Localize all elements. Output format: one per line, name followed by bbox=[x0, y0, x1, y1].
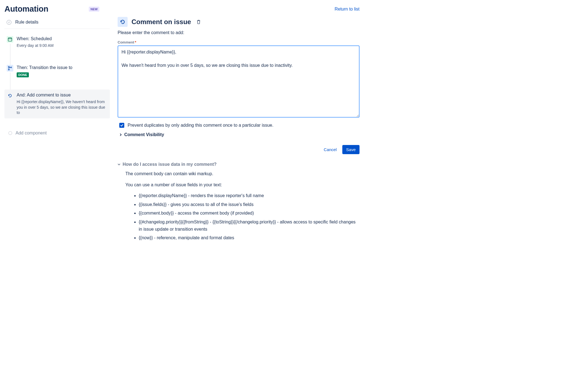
page-title: Automation bbox=[4, 4, 48, 14]
trash-icon bbox=[196, 19, 201, 24]
step-subtitle: Hi {{reporter.displayName}}, We haven't … bbox=[17, 99, 108, 116]
help-toggle-label: How do I access issue data in my comment… bbox=[123, 162, 217, 167]
add-component-label: Add component bbox=[16, 131, 47, 136]
help-item: {{comment.body}} - access the comment bo… bbox=[139, 210, 360, 217]
prevent-duplicates-label: Prevent duplicates by only adding this c… bbox=[128, 123, 274, 128]
svg-point-6 bbox=[11, 67, 12, 68]
action-refresh-icon bbox=[118, 17, 128, 27]
chevron-down-icon bbox=[118, 163, 120, 166]
rule-details-label: Rule details bbox=[15, 20, 39, 25]
help-list: {{reporter.displayName}} - renders the i… bbox=[125, 192, 360, 241]
main-panel: Comment on issue Please enter the commen… bbox=[115, 17, 360, 243]
info-icon: i bbox=[7, 20, 11, 25]
comment-visibility-toggle[interactable]: Comment Visibility bbox=[118, 132, 360, 137]
help-item: {{#changelog.priority}}{{fromString}} - … bbox=[139, 218, 360, 233]
step-subtitle: Every day at 9:00 AM bbox=[17, 43, 108, 49]
step-add-comment[interactable]: And: Add comment to issue Hi {{reporter.… bbox=[4, 90, 110, 118]
rule-details-button[interactable]: i Rule details bbox=[4, 17, 110, 29]
rule-steps: When: Scheduled Every day at 9:00 AM The… bbox=[4, 33, 110, 139]
calendar-icon bbox=[7, 36, 13, 43]
check-icon bbox=[120, 124, 123, 127]
panel-title: Comment on issue bbox=[131, 18, 191, 26]
step-title: And: Add comment to issue bbox=[17, 92, 108, 98]
svg-rect-0 bbox=[8, 38, 12, 41]
help-item: {{issue.fields}} - gives you access to a… bbox=[139, 201, 360, 208]
add-component-button[interactable]: Add component bbox=[4, 127, 110, 139]
cancel-button[interactable]: Cancel bbox=[320, 145, 341, 154]
svg-point-4 bbox=[8, 67, 9, 68]
rule-sidebar: i Rule details When: Scheduled Every day… bbox=[4, 17, 110, 243]
comment-field-label: Comment* bbox=[118, 40, 360, 44]
help-toggle[interactable]: How do I access issue data in my comment… bbox=[118, 162, 360, 167]
delete-button[interactable] bbox=[195, 18, 202, 26]
visibility-label: Comment Visibility bbox=[124, 132, 164, 137]
new-badge: NEW bbox=[89, 7, 99, 12]
refresh-icon bbox=[7, 92, 13, 99]
step-title: When: Scheduled bbox=[17, 36, 108, 42]
comment-textarea[interactable] bbox=[118, 45, 360, 118]
return-to-list-link[interactable]: Return to list bbox=[335, 7, 360, 12]
add-dot-icon bbox=[8, 131, 12, 135]
help-intro-1: The comment body can contain wiki markup… bbox=[125, 170, 360, 177]
prevent-duplicates-checkbox[interactable] bbox=[119, 123, 124, 128]
help-body: The comment body can contain wiki markup… bbox=[118, 167, 360, 241]
page-header: Automation NEW Return to list bbox=[4, 4, 360, 17]
help-item: {{reporter.displayName}} - renders the i… bbox=[139, 192, 360, 199]
branch-icon bbox=[7, 65, 13, 72]
status-badge-done: DONE bbox=[17, 72, 29, 77]
save-button[interactable]: Save bbox=[342, 145, 360, 154]
help-intro-2: You can use a number of issue fields in … bbox=[125, 181, 360, 189]
step-trigger[interactable]: When: Scheduled Every day at 9:00 AM bbox=[4, 33, 110, 51]
chevron-right-icon bbox=[119, 133, 122, 136]
instruction-text: Please enter the comment to add: bbox=[118, 30, 360, 35]
step-transition[interactable]: Then: Transition the issue to DONE bbox=[4, 62, 110, 80]
step-title: Then: Transition the issue to bbox=[17, 65, 108, 71]
help-item: {{now}} - reference, manipulate and form… bbox=[139, 234, 360, 241]
svg-point-5 bbox=[8, 69, 9, 70]
